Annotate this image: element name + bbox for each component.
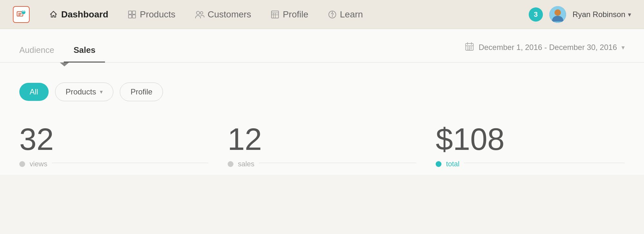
profile-icon bbox=[270, 10, 279, 19]
nav-item-dashboard[interactable]: Dashboard bbox=[39, 0, 118, 29]
filter-products[interactable]: Products ▾ bbox=[55, 83, 114, 101]
main-content: Audience Sales December 1 bbox=[0, 29, 644, 175]
tab-audience[interactable]: Audience bbox=[19, 39, 64, 63]
date-range-label: December 1, 2016 - December 30, 2016 bbox=[478, 43, 617, 52]
sales-dot bbox=[228, 161, 233, 167]
views-dot bbox=[19, 161, 25, 167]
user-chevron-icon: ▾ bbox=[628, 11, 631, 18]
nav-label-learn: Learn bbox=[340, 9, 363, 20]
date-range-chevron-icon: ▾ bbox=[621, 44, 625, 51]
views-label-row: views bbox=[19, 160, 208, 168]
svg-point-9 bbox=[196, 11, 200, 15]
total-number: $108 bbox=[436, 124, 625, 155]
nav-item-profile[interactable]: Profile bbox=[261, 0, 318, 29]
nav: Dashboard Products bbox=[39, 0, 529, 29]
dashboard-icon bbox=[49, 10, 58, 19]
stat-total: $108 total bbox=[436, 124, 625, 168]
svg-rect-6 bbox=[132, 11, 136, 14]
sales-label-row: sales bbox=[228, 160, 417, 168]
sales-number: 12 bbox=[228, 124, 417, 155]
avatar bbox=[549, 6, 566, 23]
svg-rect-7 bbox=[128, 15, 132, 18]
logo-icon bbox=[13, 6, 30, 23]
learn-icon bbox=[328, 10, 337, 19]
svg-point-21 bbox=[554, 9, 561, 16]
header: Dashboard Products bbox=[0, 0, 644, 29]
notification-badge[interactable]: 3 bbox=[529, 7, 543, 22]
filter-all[interactable]: All bbox=[19, 83, 49, 101]
views-number: 32 bbox=[19, 124, 208, 155]
total-label: total bbox=[446, 160, 459, 168]
svg-point-18 bbox=[332, 12, 332, 12]
views-line bbox=[52, 163, 208, 163]
svg-point-10 bbox=[200, 12, 203, 14]
products-icon bbox=[128, 10, 137, 19]
nav-label-dashboard: Dashboard bbox=[61, 9, 108, 20]
nav-item-learn[interactable]: Learn bbox=[318, 0, 373, 29]
user-name-label: Ryan Robinson bbox=[573, 10, 625, 19]
stat-sales: 12 sales bbox=[228, 124, 417, 168]
filter-profile[interactable]: Profile bbox=[120, 83, 163, 101]
user-menu[interactable]: Ryan Robinson ▾ bbox=[573, 10, 631, 19]
nav-label-profile: Profile bbox=[283, 9, 308, 20]
total-label-row: total bbox=[436, 160, 625, 168]
filter-all-label: All bbox=[30, 87, 38, 96]
svg-rect-5 bbox=[128, 11, 132, 14]
nav-label-products: Products bbox=[140, 9, 175, 20]
tab-sales[interactable]: Sales bbox=[64, 39, 105, 63]
filter-profile-label: Profile bbox=[130, 87, 152, 96]
filter-products-label: Products bbox=[66, 87, 96, 96]
products-filter-chevron-icon: ▾ bbox=[100, 88, 103, 95]
svg-rect-8 bbox=[132, 15, 136, 18]
stat-views: 32 views bbox=[19, 124, 208, 168]
filters-row: All Products ▾ Profile bbox=[0, 66, 644, 111]
nav-item-customers[interactable]: Customers bbox=[185, 0, 261, 29]
customers-icon bbox=[195, 10, 204, 19]
total-line bbox=[464, 163, 625, 163]
nav-item-products[interactable]: Products bbox=[118, 0, 185, 29]
calendar-icon bbox=[465, 42, 474, 53]
svg-rect-11 bbox=[271, 11, 279, 18]
nav-right: 3 Ryan Robinson ▾ bbox=[529, 6, 631, 23]
nav-label-customers: Customers bbox=[208, 9, 251, 20]
sales-line bbox=[259, 163, 416, 163]
svg-point-19 bbox=[332, 16, 333, 17]
total-dot bbox=[436, 161, 441, 167]
tabs-row: Audience Sales December 1 bbox=[0, 29, 644, 63]
views-label: views bbox=[30, 160, 47, 168]
sales-label: sales bbox=[238, 160, 254, 168]
stats-row: 32 views 12 sales $108 total bbox=[0, 111, 644, 175]
date-range-picker[interactable]: December 1, 2016 - December 30, 2016 ▾ bbox=[465, 42, 625, 59]
logo[interactable] bbox=[13, 6, 30, 23]
